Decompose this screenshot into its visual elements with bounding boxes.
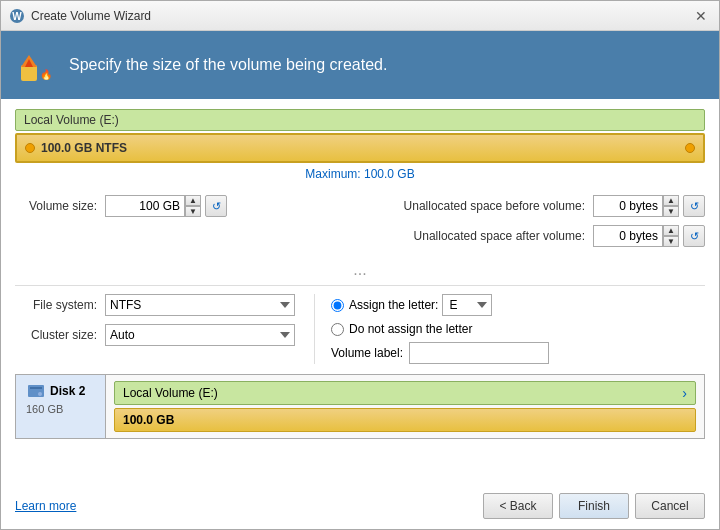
local-volume-bar: Local Volume (E:) xyxy=(15,109,705,131)
unallocated-after-row: Unallocated space after volume: ▲ ▼ ↺ xyxy=(365,225,705,247)
vol-bar-green: Local Volume (E:) › xyxy=(114,381,696,405)
wizard-icon: W xyxy=(9,8,25,24)
form-right: Unallocated space before volume: ▲ ▼ ↺ U… xyxy=(365,195,705,255)
cluster-size-select[interactable]: Auto 512 1024 2048 4096 xyxy=(105,324,295,346)
disk-name-label: Disk 2 xyxy=(50,384,85,398)
header-icon: 🔥 xyxy=(17,45,57,85)
main-content: Local Volume (E:) 100.0 GB NTFS Maximum:… xyxy=(1,99,719,487)
volume-size-spinner: ▲ ▼ ↺ xyxy=(105,195,227,217)
svg-text:🔥: 🔥 xyxy=(40,68,53,81)
unallocated-after-arrow[interactable]: ↺ xyxy=(683,225,705,247)
left-dot xyxy=(25,143,35,153)
volume-size-label-text: Volume size: xyxy=(15,199,105,213)
header-title: Specify the size of the volume being cre… xyxy=(69,56,387,74)
volume-label-row: Volume label: xyxy=(331,342,705,364)
unallocated-after-spin: ▲ ▼ xyxy=(663,225,679,247)
unallocated-before-label: Unallocated space before volume: xyxy=(365,199,593,213)
disk-info-panel: Disk 2 160 GB xyxy=(16,375,106,438)
right-dot xyxy=(685,143,695,153)
vol-yellow-size: 100.0 GB xyxy=(123,413,174,427)
disk-size-label: 160 GB xyxy=(26,403,63,415)
title-bar-text: Create Volume Wizard xyxy=(31,9,691,23)
maximum-label: Maximum: 100.0 GB xyxy=(15,167,705,181)
file-system-select[interactable]: NTFS FAT32 exFAT ReFS xyxy=(105,294,295,316)
selected-volume-bar: 100.0 GB NTFS xyxy=(15,133,705,163)
footer: Learn more < Back Finish Cancel xyxy=(1,487,719,529)
svg-rect-8 xyxy=(30,387,42,389)
footer-buttons: < Back Finish Cancel xyxy=(483,493,705,519)
title-bar: W Create Volume Wizard ✕ xyxy=(1,1,719,31)
no-assign-row: Do not assign the letter xyxy=(331,322,705,336)
volume-label-input[interactable] xyxy=(409,342,549,364)
svg-point-9 xyxy=(38,392,42,396)
vol-bar-yellow: 100.0 GB xyxy=(114,408,696,432)
learn-more-link[interactable]: Learn more xyxy=(15,499,76,513)
form-middle: File system: NTFS FAT32 exFAT ReFS Clust… xyxy=(15,285,705,364)
no-assign-label: Do not assign the letter xyxy=(349,322,472,336)
cluster-size-label: Cluster size: xyxy=(15,328,105,342)
vol-green-arrow: › xyxy=(682,385,687,401)
volume-size-arrow-button[interactable]: ↺ xyxy=(205,195,227,217)
no-assign-radio[interactable] xyxy=(331,323,344,336)
unallocated-before-row: Unallocated space before volume: ▲ ▼ ↺ xyxy=(365,195,705,217)
unallocated-before-spin: ▲ ▼ xyxy=(663,195,679,217)
letter-select[interactable]: E F G H xyxy=(442,294,492,316)
assign-letter-row: Assign the letter: E F G H xyxy=(331,294,705,316)
form-left: Volume size: ▲ ▼ ↺ xyxy=(15,195,355,255)
vol-green-label: Local Volume (E:) xyxy=(123,386,218,400)
header-bar: 🔥 Specify the size of the volume being c… xyxy=(1,31,719,99)
unallocated-before-up[interactable]: ▲ xyxy=(663,195,679,206)
volume-size-input[interactable] xyxy=(105,195,185,217)
back-button[interactable]: < Back xyxy=(483,493,553,519)
disk-view-section: Disk 2 160 GB Local Volume (E:) › 100.0 … xyxy=(15,374,705,439)
file-system-row: File system: NTFS FAT32 exFAT ReFS xyxy=(15,294,304,316)
unallocated-after-up[interactable]: ▲ xyxy=(663,225,679,236)
wizard-window: W Create Volume Wizard ✕ 🔥 Specify the s… xyxy=(0,0,720,530)
svg-text:W: W xyxy=(12,11,22,22)
volume-label-text: Volume label: xyxy=(331,346,403,360)
unallocated-after-down[interactable]: ▼ xyxy=(663,236,679,247)
unallocated-before-arrow[interactable]: ↺ xyxy=(683,195,705,217)
form-top-area: Volume size: ▲ ▼ ↺ Unallocated space bef… xyxy=(15,195,705,255)
disk-bar-section: Local Volume (E:) 100.0 GB NTFS Maximum:… xyxy=(15,109,705,189)
cluster-size-row: Cluster size: Auto 512 1024 2048 4096 xyxy=(15,324,304,346)
unallocated-after-label: Unallocated space after volume: xyxy=(365,229,593,243)
unallocated-before-down[interactable]: ▼ xyxy=(663,206,679,217)
form-middle-right: Assign the letter: E F G H Do not assign… xyxy=(315,294,705,364)
local-volume-label: Local Volume (E:) xyxy=(24,113,119,127)
disk-volumes-area: Local Volume (E:) › 100.0 GB xyxy=(106,375,704,438)
assign-letter-label: Assign the letter: xyxy=(349,298,438,312)
assign-letter-radio[interactable] xyxy=(331,299,344,312)
spin-buttons: ▲ ▼ xyxy=(185,195,201,217)
cancel-button[interactable]: Cancel xyxy=(635,493,705,519)
disk-icon-area: Disk 2 xyxy=(26,381,85,401)
file-system-label: File system: xyxy=(15,298,105,312)
unallocated-before-input[interactable] xyxy=(593,195,663,217)
close-button[interactable]: ✕ xyxy=(691,6,711,26)
form-middle-left: File system: NTFS FAT32 exFAT ReFS Clust… xyxy=(15,294,315,364)
volume-size-row: Volume size: ▲ ▼ ↺ xyxy=(15,195,355,217)
svg-rect-2 xyxy=(21,65,37,81)
volume-size-label: 100.0 GB NTFS xyxy=(41,141,127,155)
spin-up-button[interactable]: ▲ xyxy=(185,195,201,206)
finish-button[interactable]: Finish xyxy=(559,493,629,519)
unallocated-after-input[interactable] xyxy=(593,225,663,247)
spin-down-button[interactable]: ▼ xyxy=(185,206,201,217)
disk-drive-icon xyxy=(26,381,46,401)
resize-handle[interactable]: ··· xyxy=(15,265,705,283)
svg-rect-7 xyxy=(28,385,44,397)
